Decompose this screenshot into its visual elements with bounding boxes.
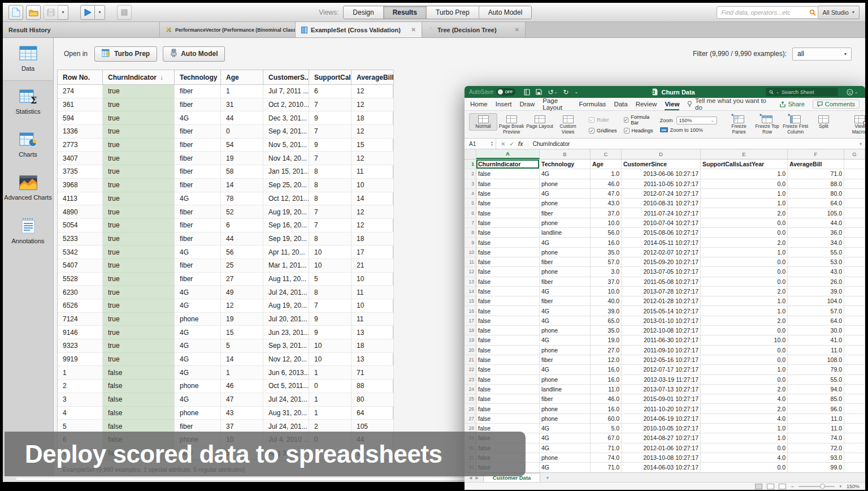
ribbon-tab-review[interactable]: Review bbox=[636, 98, 657, 110]
spreadsheet-cell[interactable]: 0.0 bbox=[701, 257, 788, 267]
spreadsheet-cell[interactable]: false bbox=[476, 335, 540, 345]
spreadsheet-cell[interactable]: 71.0 bbox=[788, 169, 844, 179]
spreadsheet-cell[interactable]: 3.0 bbox=[591, 267, 622, 277]
spreadsheet-cell[interactable]: 4.0 bbox=[701, 453, 788, 463]
freeze-panes-button[interactable]: *Freeze Panes bbox=[725, 113, 753, 136]
spreadsheet-cell[interactable]: false bbox=[476, 267, 540, 277]
run-dropdown-button[interactable]: ▾ bbox=[95, 5, 105, 20]
tell-me-box[interactable]: Tell me what you want to do bbox=[687, 97, 772, 111]
formula-bar-expand-icon[interactable]: ▾ bbox=[860, 141, 865, 147]
spreadsheet-cell[interactable]: 2013-10-08 10:27:17 bbox=[622, 453, 701, 463]
spreadsheet-cell[interactable] bbox=[844, 277, 865, 287]
spreadsheet-cell[interactable]: 0.0 bbox=[701, 267, 788, 277]
spreadsheet-cell[interactable]: 99.0 bbox=[788, 463, 844, 472]
spreadsheet-cell[interactable]: 2011-06-30 10:27:17 bbox=[622, 335, 701, 345]
feedback-smiley-button[interactable]: ⌄ bbox=[847, 89, 858, 96]
spreadsheet-cell[interactable]: phone bbox=[540, 326, 591, 335]
table-row[interactable]: 4890truefiber52Aug 19, 20...712 bbox=[58, 205, 393, 219]
run-process-button[interactable] bbox=[80, 5, 95, 20]
spreadsheet-cell[interactable] bbox=[844, 463, 865, 472]
spreadsheet-cell[interactable] bbox=[844, 267, 865, 277]
spreadsheet-cell[interactable]: 0.0 bbox=[701, 463, 788, 472]
table-row[interactable]: 4113true4G78Oct 12, 201...814 bbox=[58, 192, 393, 206]
spreadsheet-cell[interactable]: false bbox=[476, 169, 540, 179]
undo-button[interactable]: ↺⌄ bbox=[548, 88, 557, 96]
spreadsheet-cell[interactable]: 2012-01-06 10:27:17 bbox=[622, 443, 701, 453]
spreadsheet-cell[interactable]: false bbox=[476, 228, 540, 238]
save-button[interactable] bbox=[536, 89, 542, 95]
studio-scope-dropdown[interactable]: All Studio ▾ bbox=[818, 6, 860, 19]
comments-button[interactable]: Comments bbox=[813, 100, 860, 109]
tab-performancevector[interactable]: PerformanceVector (Performance (Binomina… bbox=[160, 22, 296, 37]
spreadsheet-cell[interactable]: 2014-06-19 10:27:17 bbox=[622, 414, 701, 424]
column-header-A[interactable]: A bbox=[476, 149, 540, 159]
column-header-B[interactable]: B bbox=[540, 149, 591, 159]
spreadsheet-cell[interactable]: 4G bbox=[540, 424, 591, 433]
custom-views-button[interactable]: Custom Views bbox=[554, 113, 582, 136]
spreadsheet-cell[interactable]: 0.0 bbox=[701, 218, 788, 228]
table-row[interactable]: 5407truefiber25Mar 1, 201...1021 bbox=[58, 259, 393, 273]
row-number[interactable]: 23 bbox=[465, 375, 476, 385]
spreadsheet-cell[interactable]: 37.0 bbox=[591, 277, 622, 287]
spreadsheet-cell[interactable]: false bbox=[476, 306, 540, 316]
spreadsheet-cell[interactable]: 35.0 bbox=[591, 248, 622, 257]
column-header-F[interactable]: F bbox=[788, 149, 844, 159]
spreadsheet-cell[interactable]: AverageBill bbox=[788, 160, 844, 169]
auto-model-button[interactable]: Auto Model bbox=[163, 46, 225, 62]
search-sheet-field[interactable]: ⌄ Search Sheet bbox=[766, 88, 838, 96]
spreadsheet-cell[interactable]: 1.0 bbox=[701, 306, 788, 316]
spreadsheet-cell[interactable]: 1.0 bbox=[701, 365, 788, 374]
spreadsheet-cell[interactable]: 2015-09-20 10:27:17 bbox=[622, 257, 701, 267]
spreadsheet-cell[interactable]: Age bbox=[591, 160, 622, 169]
spreadsheet-cell[interactable] bbox=[844, 394, 865, 404]
table-row[interactable]: 2falsephone46Oct 5, 2011...088 bbox=[58, 380, 393, 393]
sidebar-item-statistics[interactable]: ΣStatistics bbox=[3, 81, 53, 124]
row-number[interactable]: 27 bbox=[465, 414, 476, 424]
table-row[interactable]: 3407truefiber19Nov 14, 20...712 bbox=[58, 152, 393, 165]
table-row[interactable]: 6526true4G12Aug 19, 20...710 bbox=[58, 299, 393, 313]
page-break-preview-button[interactable]: Page Break Preview bbox=[497, 113, 526, 136]
close-icon[interactable]: ✕ bbox=[406, 27, 416, 33]
table-row[interactable]: 6230true4G49Jul 24, 201...811 bbox=[58, 286, 393, 299]
spreadsheet-cell[interactable] bbox=[844, 385, 865, 394]
spreadsheet-cell[interactable]: false bbox=[476, 238, 540, 247]
spreadsheet-cell[interactable]: 2012-03-19 11:27:17 bbox=[622, 375, 701, 385]
spreadsheet-cell[interactable]: 1.0 bbox=[701, 199, 788, 208]
column-header-customers[interactable]: CustomerS... bbox=[263, 70, 309, 84]
row-number[interactable]: 8 bbox=[465, 228, 476, 238]
search-icon[interactable] bbox=[807, 9, 818, 16]
spreadsheet-cell[interactable]: 10.0 bbox=[591, 218, 622, 228]
row-number[interactable]: 10 bbox=[465, 248, 476, 257]
spreadsheet-cell[interactable]: 2.0 bbox=[701, 404, 788, 414]
column-header-C[interactable]: C bbox=[591, 149, 622, 159]
spreadsheet-cell[interactable]: 2013-07-28 10:27:17 bbox=[622, 287, 701, 296]
view-button-design[interactable]: Design bbox=[344, 6, 383, 19]
spreadsheet-cell[interactable]: false bbox=[476, 179, 540, 189]
spreadsheet-cell[interactable]: false bbox=[476, 326, 540, 335]
spreadsheet-cell[interactable]: 2014-05-11 10:27:17 bbox=[622, 238, 701, 247]
spreadsheet-cell[interactable]: fiber bbox=[540, 296, 591, 306]
spreadsheet-cell[interactable]: 108.0 bbox=[788, 355, 844, 365]
sidebar-item-charts[interactable]: Charts bbox=[3, 124, 53, 167]
spreadsheet-cell[interactable]: 46.0 bbox=[591, 394, 622, 404]
table-row[interactable]: 3968truefiber14Sep 25, 20...810 bbox=[58, 179, 393, 192]
spreadsheet-cell[interactable] bbox=[844, 453, 865, 463]
spreadsheet-cell[interactable]: phone bbox=[540, 404, 591, 414]
spreadsheet-cell[interactable]: 11.0 bbox=[788, 424, 844, 433]
spreadsheet-cell[interactable]: false bbox=[476, 287, 540, 296]
table-row[interactable]: 594true4G44Dec 3, 201...918 bbox=[58, 111, 393, 125]
spreadsheet-cell[interactable]: 57.0 bbox=[591, 257, 622, 267]
spreadsheet-cell[interactable] bbox=[844, 355, 865, 365]
spreadsheet-cell[interactable]: 40.0 bbox=[591, 296, 622, 306]
row-number[interactable]: 13 bbox=[465, 277, 476, 287]
spreadsheet-cell[interactable]: 2013-07-13 10:27:17 bbox=[622, 385, 701, 394]
row-number[interactable]: 25 bbox=[465, 394, 476, 404]
table-row[interactable]: 361truefiber31Oct 2, 2010...712 bbox=[58, 98, 393, 112]
close-icon[interactable]: ✕ bbox=[509, 27, 519, 33]
column-header-D[interactable]: D bbox=[622, 149, 701, 159]
spreadsheet-cell[interactable]: 36.0 bbox=[788, 228, 844, 238]
spreadsheet-cell[interactable]: 67.0 bbox=[591, 433, 622, 443]
checkbox-gridlines[interactable]: ✓Gridlines bbox=[589, 127, 617, 135]
spreadsheet-cell[interactable]: 1.0 bbox=[701, 189, 788, 199]
zoom-slider-thumb[interactable] bbox=[820, 484, 825, 489]
